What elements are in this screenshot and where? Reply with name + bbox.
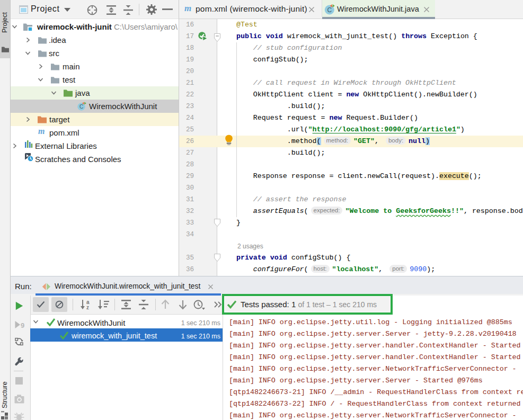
- svg-text:C: C: [327, 6, 332, 14]
- svg-text:z: z: [86, 305, 89, 310]
- svg-text:9: 9: [21, 321, 24, 329]
